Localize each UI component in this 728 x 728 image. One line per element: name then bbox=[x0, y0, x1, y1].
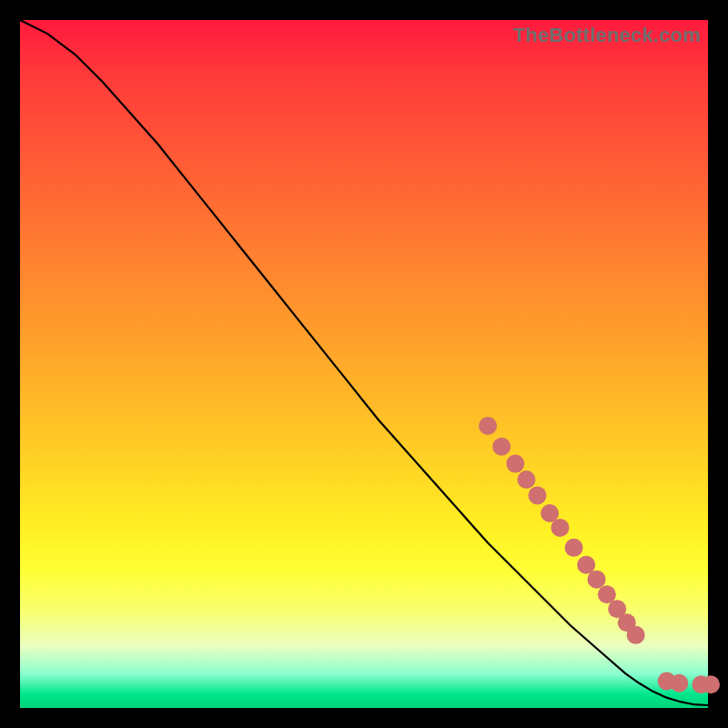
data-marker bbox=[702, 675, 720, 693]
data-marker bbox=[565, 539, 583, 557]
data-marker bbox=[670, 674, 688, 693]
data-marker bbox=[492, 438, 511, 456]
chart-frame: TheBottleneck.com bbox=[0, 0, 728, 728]
data-marker bbox=[506, 455, 524, 473]
bottleneck-curve-svg bbox=[20, 20, 708, 708]
data-marker bbox=[551, 519, 569, 537]
data-marker bbox=[627, 626, 645, 644]
data-marker bbox=[588, 571, 606, 589]
data-marker bbox=[479, 417, 497, 435]
data-markers bbox=[479, 417, 720, 693]
data-marker bbox=[529, 486, 547, 504]
data-marker bbox=[517, 470, 535, 489]
plot-area: TheBottleneck.com bbox=[20, 20, 708, 708]
